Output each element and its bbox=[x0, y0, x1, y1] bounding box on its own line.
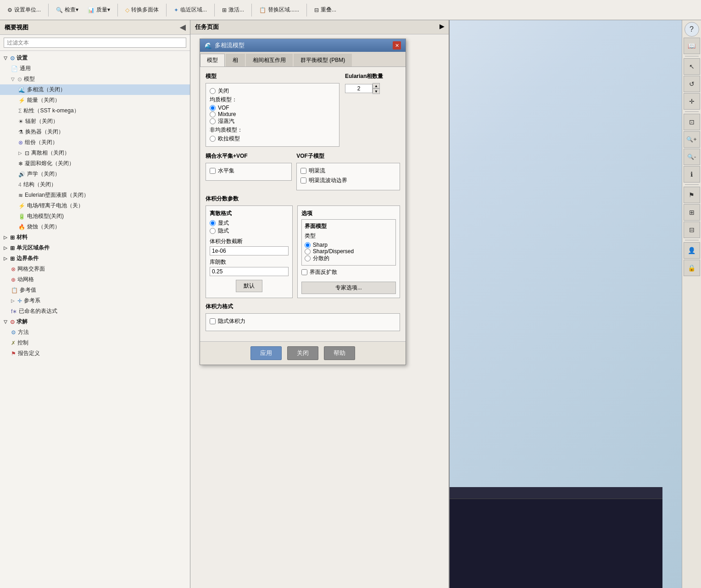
info-icon-btn[interactable]: ℹ bbox=[684, 166, 700, 183]
left-panel-collapse-btn[interactable]: ◀ bbox=[180, 23, 185, 32]
zoom-box-icon-btn[interactable]: ⊡ bbox=[684, 114, 700, 130]
tree-solve[interactable]: ▽ ⊙ 求解 bbox=[0, 316, 190, 327]
tree-viscosity[interactable]: Σ 粘性（SST k-omega） bbox=[0, 105, 190, 116]
person-icon-btn[interactable]: 👤 bbox=[684, 242, 700, 259]
rotate-icon-btn[interactable]: ↺ bbox=[684, 76, 700, 92]
acoustics-icon: 🔊 bbox=[18, 171, 25, 178]
tree-coord-sys[interactable]: ▷ ✛ 参考系 bbox=[0, 295, 190, 306]
probe-icon-btn[interactable]: ⚑ bbox=[684, 187, 700, 203]
toolbar-replace-btn[interactable]: 📋 替换区域...... bbox=[256, 4, 303, 16]
radio-eulerian[interactable]: 欧拉模型 bbox=[210, 135, 335, 143]
eulerian-label: Eularian相数量 bbox=[345, 72, 400, 80]
tree-ablation[interactable]: 🔥 烧蚀（关闭） bbox=[0, 222, 190, 232]
tree-materials[interactable]: ▷ ⊞ 材料 bbox=[0, 232, 190, 243]
tree-energy[interactable]: ⚡ 能量（关闭） bbox=[0, 95, 190, 105]
expert-btn[interactable]: 专家选项... bbox=[301, 282, 396, 294]
radio-mixture[interactable]: Mixture bbox=[210, 111, 335, 117]
tree-reports[interactable]: ⚑ 报告定义 bbox=[0, 348, 190, 359]
book-icon-btn[interactable]: 📖 bbox=[684, 38, 700, 54]
radio-implicit[interactable]: 隐式 bbox=[210, 227, 289, 235]
radio-sharp[interactable]: Sharp bbox=[305, 242, 393, 248]
tree-discrete-phase[interactable]: ▷ ⊡ 离散相（关闭） bbox=[0, 148, 190, 158]
zoom-out-icon-btn[interactable]: 🔍- bbox=[684, 149, 700, 165]
tab-model[interactable]: 模型 bbox=[200, 54, 225, 67]
tree-acoustics[interactable]: 🔊 声学（关闭） bbox=[0, 169, 190, 179]
spin-down-btn[interactable]: ▼ bbox=[373, 89, 380, 94]
help-btn[interactable]: 帮助 bbox=[324, 346, 355, 360]
tree-models[interactable]: ▽ ⊙ 模型 bbox=[0, 74, 190, 84]
tab-interaction[interactable]: 相间相互作用 bbox=[246, 54, 293, 67]
radio-off[interactable]: 关闭 bbox=[210, 87, 335, 95]
toolbar-activate-btn[interactable]: ⊞ 激活... bbox=[218, 4, 248, 16]
cutoff-input[interactable] bbox=[210, 246, 289, 255]
radiation-icon: ☀ bbox=[18, 118, 23, 125]
close-btn[interactable]: 关闭 bbox=[287, 346, 318, 360]
interface-model-label: 界面模型 bbox=[305, 222, 393, 230]
radio-wet-steam[interactable]: 湿蒸汽 bbox=[210, 117, 335, 125]
expand-icon-coord: ▷ bbox=[11, 298, 15, 303]
separator-4 bbox=[214, 4, 215, 17]
toolbar-convert-btn[interactable]: ◇ 转换多面体 bbox=[122, 4, 162, 16]
toolbar-overlap-btn[interactable]: ⊟ 重叠... bbox=[311, 4, 340, 16]
tree-methods[interactable]: ⚙ 方法 bbox=[0, 327, 190, 338]
default-btn[interactable]: 默认 bbox=[236, 280, 262, 292]
filter-input[interactable] bbox=[4, 38, 186, 48]
checkbox-implicit-body-force[interactable]: 隐式体积力 bbox=[210, 317, 396, 325]
tree-named-expr[interactable]: f∗ 已命名的表达式 bbox=[0, 306, 190, 316]
zoom-in-icon-btn[interactable]: 🔍+ bbox=[684, 131, 700, 148]
non-homogeneous-label: 非均质模型： bbox=[210, 126, 335, 134]
zoom-minus-icon-btn[interactable]: ⊟ bbox=[684, 222, 700, 238]
cursor-icon-btn[interactable]: ↖ bbox=[684, 58, 700, 75]
label-sharp-dispersed: Sharp/Dispersed bbox=[313, 248, 354, 255]
tree-battery-model[interactable]: 🔋 电池模型(关闭) bbox=[0, 211, 190, 222]
tree-boundary[interactable]: ▷ ⊞ 边界条件 bbox=[0, 253, 190, 264]
toolbar-check-btn[interactable]: 🔍 检查▾ bbox=[52, 4, 82, 16]
checkbox-levelset[interactable]: 水平集 bbox=[210, 167, 288, 175]
tree-dynamic-mesh[interactable]: ⊕ 动网格 bbox=[0, 274, 190, 285]
toolbar-quality-btn[interactable]: 📊 质量▾ bbox=[84, 4, 114, 16]
tree-reference[interactable]: 📋 参考值 bbox=[0, 285, 190, 295]
radio-sharp-dispersed[interactable]: Sharp/Dispersed bbox=[305, 248, 393, 255]
toolbar-adjacent-btn[interactable]: ✦ 临近区域... bbox=[170, 4, 211, 16]
checkbox-open-channel[interactable]: 明渠流 bbox=[300, 167, 396, 175]
tree-species[interactable]: ⊗ 组份（关闭） bbox=[0, 137, 190, 148]
spin-up-btn[interactable]: ▲ bbox=[373, 83, 380, 89]
separator-1 bbox=[48, 4, 49, 17]
dialog-close-btn[interactable]: ✕ bbox=[393, 41, 401, 50]
tree-radiation[interactable]: ☀ 辐射（关闭） bbox=[0, 116, 190, 127]
pan-icon-btn[interactable]: ✛ bbox=[684, 93, 700, 110]
dynamic-mesh-icon: ⊕ bbox=[11, 277, 16, 283]
dialog-title-icon: 🌊 bbox=[205, 42, 212, 49]
general-icon: 📄 bbox=[11, 66, 18, 72]
radio-explicit[interactable]: 显式 bbox=[210, 219, 289, 227]
lock-icon-btn[interactable]: 🔒 bbox=[684, 260, 700, 276]
task-panel-collapse-btn[interactable]: ▶ bbox=[440, 23, 444, 31]
tree-cell-zone[interactable]: ▷ ⊞ 单元区域条件 bbox=[0, 243, 190, 253]
multiphase-icon: 🌊 bbox=[18, 87, 25, 93]
tree-settings[interactable]: ▽ ⊙ 设置 bbox=[0, 53, 190, 63]
tree-eulerian-film[interactable]: ≋ Eulerian壁面液膜（关闭） bbox=[0, 190, 190, 200]
courant-input[interactable] bbox=[210, 267, 289, 276]
checkbox-anti-diffusion[interactable]: 界面反扩散 bbox=[301, 268, 396, 276]
spin-buttons: ▲ ▼ bbox=[373, 83, 380, 94]
tree-solidification[interactable]: ❄ 凝固和熔化（关闭） bbox=[0, 158, 190, 169]
toolbar-settings-btn[interactable]: ⚙ 设置单位... bbox=[4, 4, 45, 16]
body-fraction-section: 体积分数参数 离散格式 显式 隐 bbox=[206, 195, 400, 298]
eulerian-spin-input[interactable] bbox=[345, 84, 373, 93]
tree-mesh-interface[interactable]: ⊗ 网格交界面 bbox=[0, 264, 190, 274]
checkbox-open-channel-wave[interactable]: 明渠流波动边界 bbox=[300, 177, 396, 184]
tab-phase[interactable]: 相 bbox=[226, 54, 245, 67]
help-icon-btn[interactable]: ? bbox=[684, 22, 699, 37]
tree-heat-exchanger[interactable]: ⚗ 换热器（关闭） bbox=[0, 127, 190, 137]
tree-general[interactable]: 📄 通用 bbox=[0, 63, 190, 74]
tree-multiphase[interactable]: 🌊 多相流（关闭） bbox=[0, 84, 190, 95]
zoom-fit-icon-btn[interactable]: ⊞ bbox=[684, 204, 700, 221]
tree-battery[interactable]: ⚡ 电场/锂离子电池（关） bbox=[0, 200, 190, 211]
apply-btn[interactable]: 应用 bbox=[250, 346, 282, 360]
radio-vof[interactable]: VOF bbox=[210, 105, 335, 111]
radio-dispersed[interactable]: 分散的 bbox=[305, 255, 393, 262]
tab-pbm[interactable]: 群平衡模型 (PBM) bbox=[294, 54, 352, 67]
dialog-titlebar: 🌊 多相流模型 ✕ bbox=[200, 39, 406, 52]
tree-structure[interactable]: 4 结构（关闭） bbox=[0, 179, 190, 190]
tree-controls[interactable]: ✗ 控制 bbox=[0, 338, 190, 348]
